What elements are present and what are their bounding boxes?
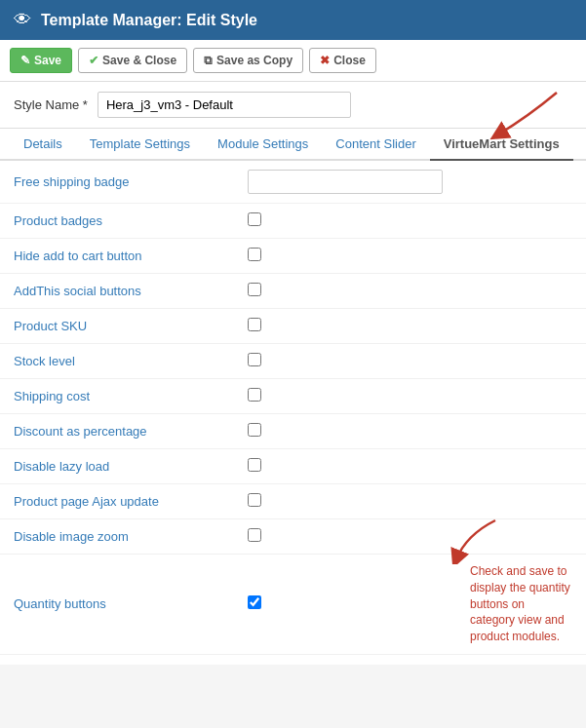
settings-row-free-shipping-badge: Free shipping badge bbox=[0, 161, 586, 204]
setting-control-product-badges[interactable] bbox=[234, 204, 456, 239]
eye-icon: 👁 bbox=[14, 10, 31, 30]
setting-label-shipping-cost: Shipping cost bbox=[0, 379, 234, 414]
empty-cell bbox=[456, 379, 586, 414]
annotation-text: Check and save to display the quantity b… bbox=[470, 564, 570, 643]
empty-cell bbox=[456, 161, 586, 204]
checkbox-product-ajax[interactable] bbox=[248, 493, 261, 507]
checkmark-icon: ✔ bbox=[89, 54, 98, 67]
settings-row-addthis-social: AddThis social buttons bbox=[0, 274, 586, 309]
tab-content-slider[interactable]: Content Slider bbox=[322, 129, 429, 161]
style-name-label: Style Name * bbox=[14, 97, 88, 112]
checkbox-stock-level[interactable] bbox=[248, 353, 261, 366]
tab-template-settings[interactable]: Template Settings bbox=[76, 129, 204, 161]
setting-control-quantity-buttons[interactable] bbox=[234, 555, 456, 655]
save-close-button[interactable]: ✔ Save & Close bbox=[78, 48, 187, 73]
setting-control-free-shipping-badge[interactable] bbox=[234, 161, 456, 204]
empty-cell bbox=[456, 309, 586, 344]
page-header: 👁 Template Manager: Edit Style bbox=[0, 0, 586, 40]
page-title: Template Manager: Edit Style bbox=[41, 12, 257, 29]
setting-label-discount-percentage: Discount as percentage bbox=[0, 414, 234, 449]
settings-row-shipping-cost: Shipping cost bbox=[0, 379, 586, 414]
arrow-indicator bbox=[469, 88, 586, 141]
setting-label-free-shipping-badge: Free shipping badge bbox=[0, 161, 234, 204]
copy-icon: ⧉ bbox=[204, 54, 213, 67]
empty-cell bbox=[456, 414, 586, 449]
checkbox-shipping-cost[interactable] bbox=[248, 388, 261, 402]
style-name-input[interactable] bbox=[98, 92, 351, 118]
settings-row-quantity-buttons: Quantity buttons Check and save to displ… bbox=[0, 555, 586, 655]
empty-cell bbox=[456, 239, 586, 274]
checkbox-product-badges[interactable] bbox=[248, 212, 261, 226]
quantity-arrow-icon bbox=[447, 516, 505, 564]
setting-label-hide-add-to-cart: Hide add to cart button bbox=[0, 239, 234, 274]
settings-row-product-badges: Product badges bbox=[0, 204, 586, 239]
tab-module-settings[interactable]: Module Settings bbox=[204, 129, 322, 161]
setting-control-disable-image-zoom[interactable] bbox=[234, 519, 456, 555]
toolbar: ✎ Save ✔ Save & Close ⧉ Save as Copy ✖ C… bbox=[0, 40, 586, 82]
style-name-row: Style Name * bbox=[0, 82, 586, 129]
settings-row-stock-level: Stock level bbox=[0, 344, 586, 379]
setting-label-product-badges: Product badges bbox=[0, 204, 234, 239]
settings-row-hide-add-to-cart: Hide add to cart button bbox=[0, 239, 586, 274]
setting-control-shipping-cost[interactable] bbox=[234, 379, 456, 414]
setting-label-disable-lazy-load: Disable lazy load bbox=[0, 449, 234, 484]
settings-row-product-sku: Product SKU bbox=[0, 309, 586, 344]
setting-label-quantity-buttons: Quantity buttons bbox=[0, 555, 234, 655]
tab-details[interactable]: Details bbox=[10, 129, 76, 161]
empty-cell bbox=[456, 344, 586, 379]
setting-control-product-ajax[interactable] bbox=[234, 484, 456, 519]
setting-control-stock-level[interactable] bbox=[234, 344, 456, 379]
checkbox-disable-lazy-load[interactable] bbox=[248, 458, 261, 472]
setting-label-stock-level: Stock level bbox=[0, 344, 234, 379]
settings-table: Free shipping badgeProduct badgesHide ad… bbox=[0, 161, 586, 655]
setting-control-disable-lazy-load[interactable] bbox=[234, 449, 456, 484]
settings-content: Free shipping badgeProduct badgesHide ad… bbox=[0, 161, 586, 665]
empty-cell bbox=[456, 449, 586, 484]
setting-label-product-sku: Product SKU bbox=[0, 309, 234, 344]
setting-label-addthis-social: AddThis social buttons bbox=[0, 274, 234, 309]
setting-label-product-ajax: Product page Ajax update bbox=[0, 484, 234, 519]
settings-row-product-ajax: Product page Ajax update bbox=[0, 484, 586, 519]
close-icon: ✖ bbox=[320, 54, 330, 67]
empty-cell bbox=[456, 484, 586, 519]
save-copy-button[interactable]: ⧉ Save as Copy bbox=[193, 48, 303, 73]
save-icon: ✎ bbox=[20, 54, 30, 67]
setting-control-addthis-social[interactable] bbox=[234, 274, 456, 309]
settings-row-discount-percentage: Discount as percentage bbox=[0, 414, 586, 449]
setting-control-discount-percentage[interactable] bbox=[234, 414, 456, 449]
free-shipping-input[interactable] bbox=[248, 170, 443, 194]
checkbox-discount-percentage[interactable] bbox=[248, 423, 261, 437]
checkbox-addthis-social[interactable] bbox=[248, 283, 261, 296]
checkbox-quantity-buttons[interactable] bbox=[248, 595, 261, 609]
save-button[interactable]: ✎ Save bbox=[10, 48, 72, 73]
empty-cell bbox=[456, 274, 586, 309]
setting-control-hide-add-to-cart[interactable] bbox=[234, 239, 456, 274]
close-button[interactable]: ✖ Close bbox=[309, 48, 376, 73]
setting-label-disable-image-zoom: Disable image zoom bbox=[0, 519, 234, 555]
settings-row-disable-lazy-load: Disable lazy load bbox=[0, 449, 586, 484]
setting-control-product-sku[interactable] bbox=[234, 309, 456, 344]
empty-cell bbox=[456, 204, 586, 239]
checkbox-disable-image-zoom[interactable] bbox=[248, 528, 261, 542]
annotation-cell: Check and save to display the quantity b… bbox=[456, 555, 586, 655]
checkbox-hide-add-to-cart[interactable] bbox=[248, 248, 261, 261]
checkbox-product-sku[interactable] bbox=[248, 318, 261, 331]
